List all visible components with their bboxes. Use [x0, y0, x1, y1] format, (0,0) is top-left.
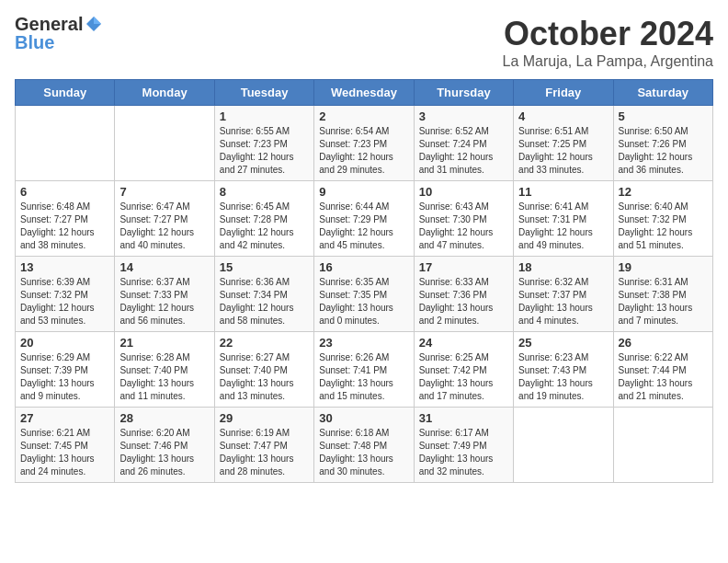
- day-info: Sunrise: 6:54 AMSunset: 7:23 PMDaylight:…: [319, 125, 408, 177]
- day-number: 17: [419, 260, 508, 274]
- calendar-cell: 24Sunrise: 6:25 AMSunset: 7:42 PMDayligh…: [414, 332, 513, 408]
- day-number: 10: [419, 185, 508, 199]
- day-info: Sunrise: 6:33 AMSunset: 7:36 PMDaylight:…: [419, 276, 508, 327]
- day-number: 23: [319, 336, 408, 350]
- day-info: Sunrise: 6:55 AMSunset: 7:23 PMDaylight:…: [220, 125, 309, 177]
- calendar-cell: 7Sunrise: 6:47 AMSunset: 7:27 PMDaylight…: [115, 181, 214, 257]
- day-info: Sunrise: 6:29 AMSunset: 7:39 PMDaylight:…: [20, 351, 109, 403]
- calendar-cell: 4Sunrise: 6:51 AMSunset: 7:25 PMDaylight…: [514, 106, 613, 181]
- day-info: Sunrise: 6:48 AMSunset: 7:27 PMDaylight:…: [20, 201, 109, 252]
- column-header-wednesday: Wednesday: [314, 80, 414, 106]
- day-number: 27: [20, 411, 109, 425]
- calendar-cell: 16Sunrise: 6:35 AMSunset: 7:35 PMDayligh…: [314, 257, 414, 332]
- calendar-cell: 27Sunrise: 6:21 AMSunset: 7:45 PMDayligh…: [16, 408, 115, 483]
- calendar-cell: [115, 106, 214, 181]
- logo-blue-text: Blue: [15, 33, 54, 52]
- day-number: 24: [419, 336, 508, 350]
- day-number: 22: [220, 336, 309, 350]
- calendar-cell: [16, 106, 115, 181]
- day-number: 14: [119, 260, 209, 274]
- day-info: Sunrise: 6:18 AMSunset: 7:48 PMDaylight:…: [319, 427, 408, 478]
- day-number: 20: [20, 336, 109, 350]
- day-info: Sunrise: 6:43 AMSunset: 7:30 PMDaylight:…: [419, 201, 508, 252]
- day-info: Sunrise: 6:40 AMSunset: 7:32 PMDaylight:…: [619, 201, 708, 252]
- calendar-cell: 6Sunrise: 6:48 AMSunset: 7:27 PMDaylight…: [16, 181, 115, 257]
- day-number: 9: [319, 185, 408, 199]
- day-number: 26: [619, 336, 708, 350]
- calendar-cell: 21Sunrise: 6:28 AMSunset: 7:40 PMDayligh…: [115, 332, 214, 408]
- calendar-cell: 30Sunrise: 6:18 AMSunset: 7:48 PMDayligh…: [314, 408, 414, 483]
- day-number: 18: [518, 260, 608, 274]
- day-number: 2: [319, 109, 408, 123]
- day-info: Sunrise: 6:51 AMSunset: 7:25 PMDaylight:…: [518, 125, 608, 177]
- day-number: 13: [20, 260, 109, 274]
- day-info: Sunrise: 6:26 AMSunset: 7:41 PMDaylight:…: [319, 351, 408, 403]
- calendar-cell: [514, 408, 613, 483]
- day-info: Sunrise: 6:35 AMSunset: 7:35 PMDaylight:…: [319, 276, 408, 327]
- day-number: 5: [619, 109, 708, 123]
- day-info: Sunrise: 6:50 AMSunset: 7:26 PMDaylight:…: [619, 125, 708, 177]
- day-info: Sunrise: 6:25 AMSunset: 7:42 PMDaylight:…: [419, 351, 508, 403]
- day-info: Sunrise: 6:36 AMSunset: 7:34 PMDaylight:…: [220, 276, 309, 327]
- day-number: 19: [619, 260, 708, 274]
- calendar-header-row: SundayMondayTuesdayWednesdayThursdayFrid…: [16, 80, 713, 106]
- calendar-cell: 15Sunrise: 6:36 AMSunset: 7:34 PMDayligh…: [214, 257, 313, 332]
- logo-general-text: General: [15, 15, 83, 33]
- calendar-cell: 2Sunrise: 6:54 AMSunset: 7:23 PMDaylight…: [314, 106, 414, 181]
- day-number: 28: [119, 411, 209, 425]
- page-header: General Blue October 2024 La Maruja, La …: [15, 15, 713, 70]
- day-info: Sunrise: 6:41 AMSunset: 7:31 PMDaylight:…: [518, 201, 608, 252]
- day-number: 7: [119, 185, 209, 199]
- day-number: 3: [419, 109, 508, 123]
- calendar-cell: 12Sunrise: 6:40 AMSunset: 7:32 PMDayligh…: [613, 181, 712, 257]
- day-info: Sunrise: 6:21 AMSunset: 7:45 PMDaylight:…: [20, 427, 109, 478]
- column-header-monday: Monday: [115, 80, 214, 106]
- calendar-cell: 9Sunrise: 6:44 AMSunset: 7:29 PMDaylight…: [314, 181, 414, 257]
- day-info: Sunrise: 6:37 AMSunset: 7:33 PMDaylight:…: [119, 276, 209, 327]
- column-header-sunday: Sunday: [16, 80, 115, 106]
- title-block: October 2024 La Maruja, La Pampa, Argent…: [503, 15, 713, 70]
- day-number: 1: [220, 109, 309, 123]
- day-number: 12: [619, 185, 708, 199]
- day-number: 21: [119, 336, 209, 350]
- calendar-cell: 23Sunrise: 6:26 AMSunset: 7:41 PMDayligh…: [314, 332, 414, 408]
- calendar-cell: 20Sunrise: 6:29 AMSunset: 7:39 PMDayligh…: [16, 332, 115, 408]
- day-number: 8: [220, 185, 309, 199]
- calendar-cell: 14Sunrise: 6:37 AMSunset: 7:33 PMDayligh…: [115, 257, 214, 332]
- column-header-friday: Friday: [514, 80, 613, 106]
- day-info: Sunrise: 6:39 AMSunset: 7:32 PMDaylight:…: [20, 276, 109, 327]
- day-number: 11: [518, 185, 608, 199]
- day-info: Sunrise: 6:45 AMSunset: 7:28 PMDaylight:…: [220, 201, 309, 252]
- calendar-week-2: 6Sunrise: 6:48 AMSunset: 7:27 PMDaylight…: [16, 181, 713, 257]
- day-info: Sunrise: 6:23 AMSunset: 7:43 PMDaylight:…: [518, 351, 608, 403]
- calendar-cell: 5Sunrise: 6:50 AMSunset: 7:26 PMDaylight…: [613, 106, 712, 181]
- day-number: 16: [319, 260, 408, 274]
- logo: General Blue: [15, 15, 103, 52]
- calendar-cell: 10Sunrise: 6:43 AMSunset: 7:30 PMDayligh…: [414, 181, 513, 257]
- day-number: 31: [419, 411, 508, 425]
- day-number: 6: [20, 185, 109, 199]
- calendar-cell: 11Sunrise: 6:41 AMSunset: 7:31 PMDayligh…: [514, 181, 613, 257]
- calendar-week-5: 27Sunrise: 6:21 AMSunset: 7:45 PMDayligh…: [16, 408, 713, 483]
- calendar-cell: 3Sunrise: 6:52 AMSunset: 7:24 PMDaylight…: [414, 106, 513, 181]
- day-info: Sunrise: 6:22 AMSunset: 7:44 PMDaylight:…: [619, 351, 708, 403]
- location-text: La Maruja, La Pampa, Argentina: [503, 53, 713, 70]
- day-number: 30: [319, 411, 408, 425]
- calendar-cell: 28Sunrise: 6:20 AMSunset: 7:46 PMDayligh…: [115, 408, 214, 483]
- calendar-cell: 13Sunrise: 6:39 AMSunset: 7:32 PMDayligh…: [16, 257, 115, 332]
- day-info: Sunrise: 6:31 AMSunset: 7:38 PMDaylight:…: [619, 276, 708, 327]
- calendar-cell: 31Sunrise: 6:17 AMSunset: 7:49 PMDayligh…: [414, 408, 513, 483]
- calendar-cell: 26Sunrise: 6:22 AMSunset: 7:44 PMDayligh…: [613, 332, 712, 408]
- calendar-cell: 19Sunrise: 6:31 AMSunset: 7:38 PMDayligh…: [613, 257, 712, 332]
- day-number: 4: [518, 109, 608, 123]
- calendar-table: SundayMondayTuesdayWednesdayThursdayFrid…: [15, 79, 713, 483]
- calendar-cell: 29Sunrise: 6:19 AMSunset: 7:47 PMDayligh…: [214, 408, 313, 483]
- day-info: Sunrise: 6:47 AMSunset: 7:27 PMDaylight:…: [119, 201, 209, 252]
- calendar-week-4: 20Sunrise: 6:29 AMSunset: 7:39 PMDayligh…: [16, 332, 713, 408]
- calendar-week-1: 1Sunrise: 6:55 AMSunset: 7:23 PMDaylight…: [16, 106, 713, 181]
- calendar-cell: 25Sunrise: 6:23 AMSunset: 7:43 PMDayligh…: [514, 332, 613, 408]
- calendar-cell: 18Sunrise: 6:32 AMSunset: 7:37 PMDayligh…: [514, 257, 613, 332]
- day-info: Sunrise: 6:44 AMSunset: 7:29 PMDaylight:…: [319, 201, 408, 252]
- day-number: 15: [220, 260, 309, 274]
- month-title: October 2024: [503, 15, 713, 53]
